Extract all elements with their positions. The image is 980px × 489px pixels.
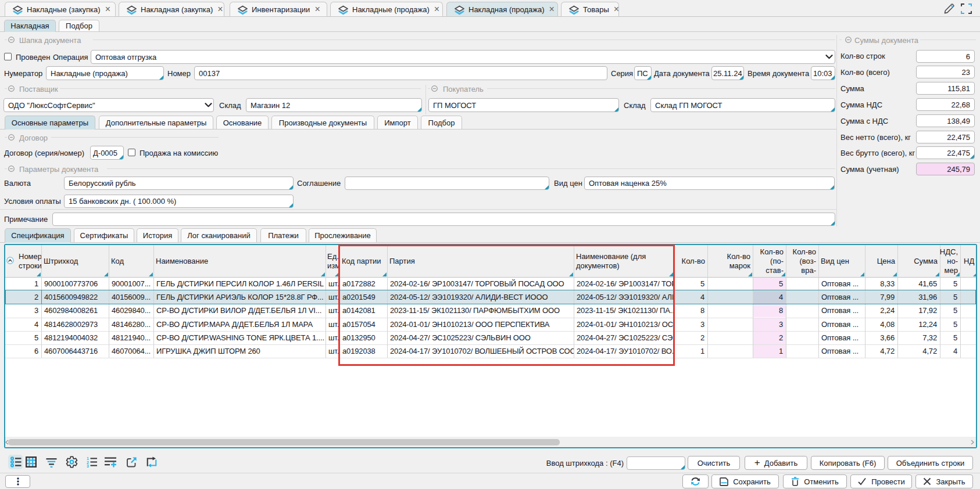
svg-text:3: 3 [87,464,89,468]
